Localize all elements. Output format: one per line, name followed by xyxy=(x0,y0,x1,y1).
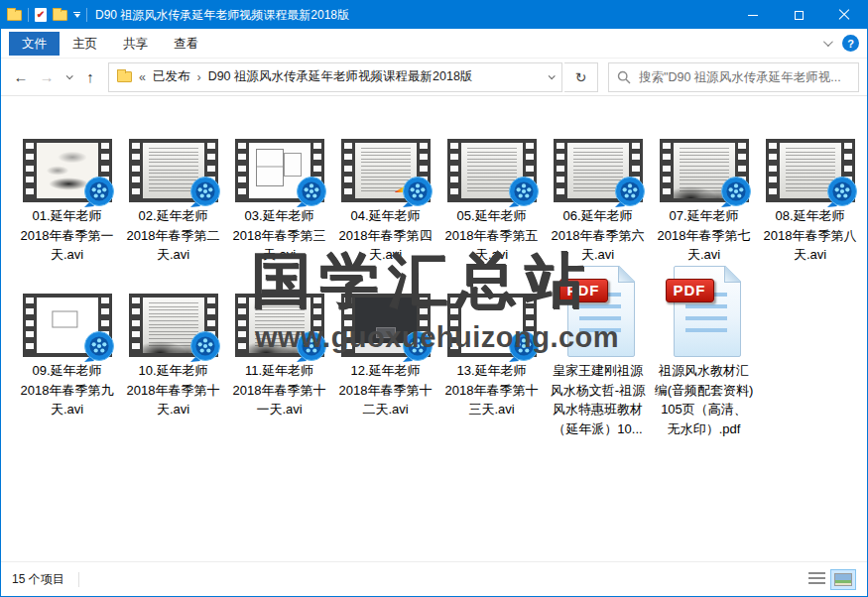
file-item-video[interactable]: 05.延年老师 2018年春季第五 天.avi xyxy=(438,137,545,265)
filmstrip-sprockets xyxy=(132,298,140,353)
address-dropdown-icon[interactable] xyxy=(549,72,556,79)
video-filmstrip-icon xyxy=(235,294,324,357)
minimize-button[interactable] xyxy=(730,1,776,29)
filmstrip-sprockets xyxy=(450,143,458,198)
file-item-video[interactable]: 06.延年老师 2018年春季第六 天.avi xyxy=(545,137,651,265)
pdf-badge: PDF xyxy=(559,279,608,302)
tab-home[interactable]: 主页 xyxy=(60,32,110,56)
media-player-icon xyxy=(506,330,540,364)
file-grid-row: 09.延年老师 2018年春季第九 天.avi 1 xyxy=(14,266,757,438)
file-item-video[interactable]: 09.延年老师 2018年春季第九 天.avi xyxy=(14,266,120,438)
details-view-icon[interactable] xyxy=(808,572,825,587)
file-item-video[interactable]: 03.延年老师 2018年春季第三 天.avi xyxy=(226,137,332,265)
separator xyxy=(28,8,29,22)
ribbon-tabs: 文件 主页 共享 查看 ? xyxy=(1,29,867,59)
address-bar[interactable]: « 已发布 › D90 祖源风水传承延年老师视频课程最新2018版 xyxy=(108,62,562,92)
video-filmstrip-icon xyxy=(554,139,643,202)
file-item-pdf[interactable]: PDF 皇家王建刚祖源 风水杨文哲-祖源 风水特惠班教材 （延年派）10... xyxy=(545,266,651,438)
file-label: 07.延年老师 2018年春季第七 天.avi xyxy=(658,206,751,265)
file-item-video[interactable]: 11.延年老师 2018年春季第十 一天.avi xyxy=(226,266,332,438)
file-label: 05.延年老师 2018年春季第五 天.avi xyxy=(445,206,539,265)
breadcrumb-current[interactable]: D90 祖源风水传承延年老师视频课程最新2018版 xyxy=(208,68,473,85)
file-item-video[interactable]: 07.延年老师 2018年春季第七 天.avi xyxy=(651,137,757,265)
file-label: 02.延年老师 2018年春季第二 天.avi xyxy=(127,206,220,265)
file-item-pdf[interactable]: PDF 祖源风水教材汇 编(音频配套资料) 105页（高清、 无水印）.pdf xyxy=(651,266,757,438)
media-player-icon xyxy=(612,176,646,209)
media-player-icon xyxy=(81,330,115,364)
file-grid-row: 01.延年老师 2018年春季第一 天.avi 0 xyxy=(14,137,863,265)
file-item-video[interactable]: 02.延年老师 2018年春季第二 天.avi xyxy=(120,137,226,265)
page-fold xyxy=(618,266,635,283)
back-button[interactable]: ← xyxy=(9,63,33,91)
navigation-bar: ← → ↑ « 已发布 › D90 祖源风水传承延年老师视频课程最新2018版 … xyxy=(1,59,867,96)
filmstrip-sprockets xyxy=(26,298,34,353)
file-label: 09.延年老师 2018年春季第九 天.avi xyxy=(21,361,114,419)
tab-share[interactable]: 共享 xyxy=(110,32,161,56)
properties-check-icon[interactable]: ✔ xyxy=(35,8,47,22)
file-item-video[interactable]: 10.延年老师 2018年春季第十 天.avi xyxy=(120,266,226,438)
file-label: 06.延年老师 2018年春季第六 天.avi xyxy=(552,206,645,265)
filmstrip-sprockets xyxy=(557,143,564,198)
up-button[interactable]: ↑ xyxy=(78,63,102,91)
file-label: 皇家王建刚祖源 风水杨文哲-祖源 风水特惠班教材 （延年派）10... xyxy=(551,361,645,438)
close-button[interactable] xyxy=(821,1,867,29)
new-folder-icon[interactable] xyxy=(53,10,67,21)
explorer-window: ✔ D90 祖源风水传承延年老师视频课程最新2018版 文件 主页 共享 查看 … xyxy=(0,0,868,597)
filmstrip-sprockets xyxy=(26,143,34,198)
video-filmstrip-icon xyxy=(23,139,112,202)
media-player-icon xyxy=(187,330,221,364)
file-label: 03.延年老师 2018年春季第三 天.avi xyxy=(233,206,326,265)
file-label: 01.延年老师 2018年春季第一 天.avi xyxy=(21,206,114,265)
search-box[interactable] xyxy=(608,62,859,92)
video-filmstrip-icon xyxy=(447,294,537,357)
status-bar: 15 个项目 xyxy=(1,561,867,596)
file-item-video[interactable]: 13.延年老师 2018年春季第十 三天.avi xyxy=(438,266,545,438)
media-player-icon xyxy=(81,176,115,209)
breadcrumb-parent[interactable]: 已发布 xyxy=(153,68,190,85)
titlebar: ✔ D90 祖源风水传承延年老师视频课程最新2018版 xyxy=(1,1,867,29)
pdf-badge: PDF xyxy=(666,279,714,302)
video-filmstrip-icon xyxy=(129,139,218,202)
filmstrip-sprockets xyxy=(132,143,140,198)
video-filmstrip-icon xyxy=(341,294,431,357)
breadcrumb-separator: › xyxy=(196,70,200,84)
search-input[interactable] xyxy=(639,70,850,84)
pdf-file-icon: PDF xyxy=(666,266,743,357)
refresh-button[interactable]: ↻ xyxy=(564,62,598,92)
file-label: 11.延年老师 2018年春季第十 一天.avi xyxy=(233,361,326,419)
search-icon xyxy=(617,70,631,84)
video-filmstrip-icon xyxy=(235,139,324,202)
folder-icon xyxy=(117,71,132,82)
video-filmstrip-icon xyxy=(447,139,537,202)
breadcrumb-overflow[interactable]: « xyxy=(139,70,146,84)
recent-locations-icon[interactable] xyxy=(61,63,76,91)
file-item-video[interactable]: 04.延年老师 2018年春季第四 天.avi xyxy=(332,137,438,265)
media-player-icon xyxy=(294,176,327,209)
quick-access-toolbar: ✔ xyxy=(7,8,87,22)
file-label: 13.延年老师 2018年春季第十 三天.avi xyxy=(445,361,539,419)
video-filmstrip-icon xyxy=(23,294,112,357)
file-label: 10.延年老师 2018年春季第十 天.avi xyxy=(127,361,220,419)
window-controls xyxy=(730,1,867,29)
file-list-area[interactable]: 01.延年老师 2018年春季第一 天.avi 0 xyxy=(1,96,867,559)
filmstrip-sprockets xyxy=(769,143,777,198)
filmstrip-sprockets xyxy=(238,143,246,198)
video-filmstrip-icon xyxy=(766,139,855,202)
ribbon-collapse-icon[interactable] xyxy=(823,37,833,47)
file-item-video[interactable]: 08.延年老师 2018年春季第八 天.avi xyxy=(757,137,863,265)
tab-file[interactable]: 文件 xyxy=(9,32,60,56)
media-player-icon xyxy=(506,176,540,209)
forward-button[interactable]: → xyxy=(35,63,59,91)
filmstrip-sprockets xyxy=(238,298,246,353)
customize-toolbar-icon[interactable] xyxy=(73,12,80,19)
tab-view[interactable]: 查看 xyxy=(161,32,211,56)
help-icon[interactable]: ? xyxy=(842,35,859,52)
filmstrip-sprockets xyxy=(450,298,458,353)
file-item-video[interactable]: 01.延年老师 2018年春季第一 天.avi xyxy=(14,137,120,265)
media-player-icon xyxy=(824,176,858,209)
file-item-video[interactable]: 12.延年老师 2018年春季第十 二天.avi xyxy=(332,266,438,438)
video-filmstrip-icon xyxy=(660,139,749,202)
pdf-file-icon: PDF xyxy=(559,266,637,357)
maximize-button[interactable] xyxy=(776,1,821,29)
thumbnails-view-icon[interactable] xyxy=(830,569,856,590)
